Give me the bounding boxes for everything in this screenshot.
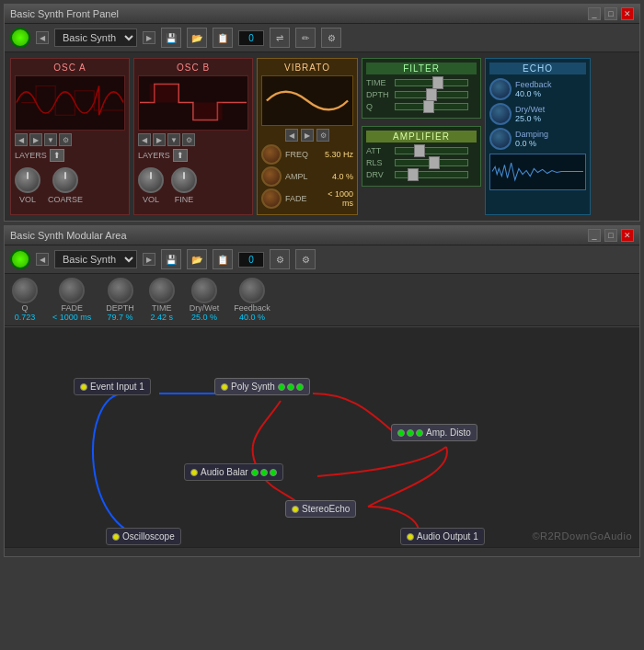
bottom-preset-select[interactable]: Basic Synth xyxy=(54,250,137,268)
param-fade-knob[interactable] xyxy=(59,278,85,303)
osc-b-left-btn[interactable]: ◀ xyxy=(138,133,151,146)
filter-time-slider[interactable] xyxy=(395,79,468,86)
titlebar-left: Basic Synth Front Panel xyxy=(10,8,119,19)
poly-synth-label: Poly Synth xyxy=(231,382,275,392)
osc-a-vol-knob[interactable] xyxy=(15,167,40,193)
bottom-save-btn[interactable]: 💾 xyxy=(161,249,181,269)
load-button[interactable]: 📂 xyxy=(187,28,207,48)
echo-feedback-knob[interactable] xyxy=(489,78,512,100)
osc-b-layers-label: LAYERS xyxy=(138,151,170,160)
osc-b-down-btn[interactable]: ▼ xyxy=(167,133,180,146)
osc-a-play-btn[interactable]: ▶ xyxy=(29,133,42,146)
vibrato-waveform xyxy=(261,75,353,126)
top-toolbar: ◀ Basic Synth ▶ 💾 📂 📋 ⇌ ✏ ⚙ xyxy=(5,24,639,52)
oscilloscope-node[interactable]: Oscilloscope xyxy=(106,528,181,545)
bottom-settings-btn[interactable]: ⚙ xyxy=(295,249,316,269)
osc-b-play-btn[interactable]: ▶ xyxy=(153,133,166,146)
vibrato-left-btn[interactable]: ◀ xyxy=(285,129,298,142)
amp-drv-slider[interactable] xyxy=(395,171,468,178)
amp-att-slider[interactable] xyxy=(395,147,468,154)
param-drywet-knob[interactable] xyxy=(191,278,217,303)
echo-waveform xyxy=(489,154,586,190)
echo-damping-knob[interactable] xyxy=(489,128,512,150)
osc-a-knob-row: VOL COARSE xyxy=(15,167,125,204)
stereo-echo-label: StereoEcho xyxy=(302,504,350,514)
vibrato-gear-btn[interactable]: ⚙ xyxy=(316,129,329,142)
audio-output-port xyxy=(407,533,414,541)
osc-b-vol-label: VOL xyxy=(143,195,159,204)
audio-balar-port-out2 xyxy=(260,469,268,476)
audio-output-node[interactable]: Audio Output 1 xyxy=(400,528,485,545)
poly-synth-port-out2 xyxy=(287,383,294,391)
osc-b-layers-btn[interactable]: ⬆ xyxy=(173,149,188,162)
osc-b-controls: ◀ ▶ ▼ ⚙ xyxy=(138,133,248,146)
osc-b-vol-knob[interactable] xyxy=(138,167,164,193)
event-input-node[interactable]: Event Input 1 xyxy=(74,378,151,395)
settings-button[interactable]: ⚙ xyxy=(321,28,341,48)
num-input[interactable] xyxy=(238,30,264,46)
bottom-midi-btn[interactable]: ⚙ xyxy=(270,249,290,269)
amp-rls-slider[interactable] xyxy=(395,159,468,166)
bottom-power-button[interactable] xyxy=(10,249,30,269)
filter-q-label: Q xyxy=(366,102,392,111)
amp-disto-label: Amp. Disto xyxy=(426,428,471,438)
minimize-button[interactable]: _ xyxy=(588,7,601,20)
next-preset-button[interactable]: ▶ xyxy=(143,31,155,44)
osc-b-fine-knob[interactable] xyxy=(171,167,197,193)
poly-synth-node[interactable]: Poly Synth xyxy=(214,378,310,395)
filter-dpth-slider[interactable] xyxy=(395,91,468,98)
param-time-knob[interactable] xyxy=(149,278,175,303)
vibrato-play-btn[interactable]: ▶ xyxy=(301,129,314,142)
bottom-next-btn[interactable]: ▶ xyxy=(143,253,155,266)
bottom-close-button[interactable]: ✕ xyxy=(621,229,634,242)
osc-b-waveform xyxy=(138,75,248,131)
osc-a-waveform xyxy=(15,75,125,131)
stereo-echo-node[interactable]: StereoEcho xyxy=(285,500,356,518)
osc-b-gear-btn[interactable]: ⚙ xyxy=(182,133,195,146)
filter-q-slider[interactable] xyxy=(395,103,468,110)
close-button[interactable]: ✕ xyxy=(621,7,634,20)
amp-drv-row: DRV xyxy=(366,170,477,179)
top-panel-title: Basic Synth Front Panel xyxy=(10,8,119,19)
osc-a-down-btn[interactable]: ▼ xyxy=(44,133,57,146)
power-button[interactable] xyxy=(10,28,30,48)
amp-rls-label: RLS xyxy=(366,158,392,167)
osc-a-coarse-knob[interactable] xyxy=(52,167,78,193)
vibrato-freq-knob[interactable] xyxy=(261,144,282,165)
bottom-copy-btn[interactable]: 📋 xyxy=(213,249,233,269)
audio-balar-node[interactable]: Audio Balar xyxy=(184,463,283,481)
param-feedback-knob[interactable] xyxy=(239,278,265,303)
osc-a-coarse-group: COARSE xyxy=(48,167,83,204)
bottom-minimize-button[interactable]: _ xyxy=(588,229,601,242)
maximize-button[interactable]: □ xyxy=(604,7,617,20)
osc-a-gear-btn[interactable]: ⚙ xyxy=(59,133,72,146)
poly-synth-port-out1 xyxy=(278,383,285,391)
osc-a-left-btn[interactable]: ◀ xyxy=(15,133,28,146)
midi-button[interactable]: ⇌ xyxy=(270,28,290,48)
amp-disto-node[interactable]: Amp. Disto xyxy=(391,424,477,441)
bottom-maximize-button[interactable]: □ xyxy=(604,229,617,242)
bottom-num-input[interactable] xyxy=(238,252,264,268)
bottom-panel: Basic Synth Modular Area _ □ ✕ ◀ Basic S… xyxy=(4,225,640,557)
save-button[interactable]: 💾 xyxy=(161,28,181,48)
osc-a-layers-btn[interactable]: ⬆ xyxy=(50,149,64,162)
bottom-scrollbar[interactable] xyxy=(5,547,639,556)
vibrato-section: VIBRATO ◀ ▶ ⚙ FREQ 5.30 Hz AMPL 4.0 % xyxy=(257,58,358,215)
vibrato-ampl-knob[interactable] xyxy=(261,166,282,187)
pencil-button[interactable]: ✏ xyxy=(295,28,316,48)
param-q-knob[interactable] xyxy=(12,278,38,303)
echo-damping-value: 0.0 % xyxy=(515,139,548,148)
filter-amp-col: FILTER TIME DPTH Q AMPLIFIER ATT xyxy=(362,58,481,215)
echo-drywet-knob[interactable] xyxy=(489,103,512,125)
param-depth-knob[interactable] xyxy=(108,278,133,303)
echo-feedback-row: Feedback 40.0 % xyxy=(489,78,586,100)
prev-preset-button[interactable]: ◀ xyxy=(36,31,49,44)
preset-select[interactable]: Basic Synth xyxy=(54,29,137,47)
vibrato-fade-knob[interactable] xyxy=(261,188,282,209)
bottom-prev-btn[interactable]: ◀ xyxy=(36,253,49,266)
bottom-load-btn[interactable]: 📂 xyxy=(187,249,207,269)
filter-time-label: TIME xyxy=(366,78,392,87)
copy-button[interactable]: 📋 xyxy=(213,28,233,48)
bottom-toolbar: ◀ Basic Synth ▶ 💾 📂 📋 ⚙ ⚙ xyxy=(5,245,639,274)
param-depth: DEPTH 79.7 % xyxy=(106,278,134,322)
